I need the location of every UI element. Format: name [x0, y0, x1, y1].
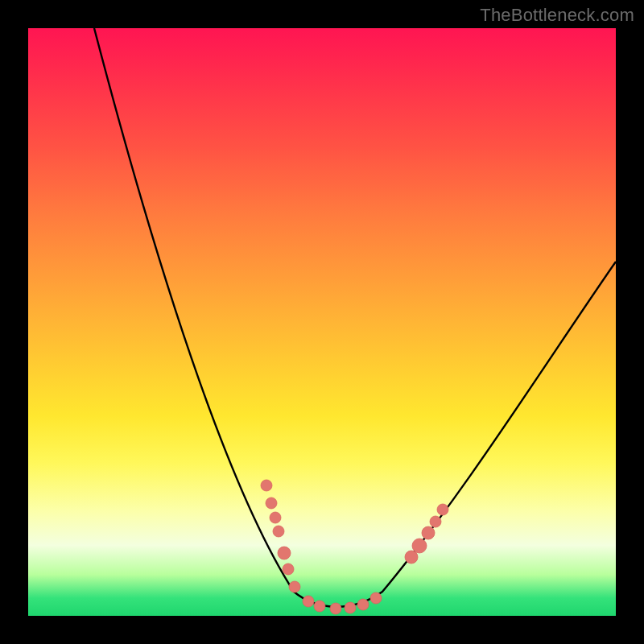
- watermark-text: TheBottleneck.com: [480, 5, 634, 26]
- marker-dot: [289, 581, 300, 592]
- marker-dot: [283, 564, 294, 575]
- marker-dot: [314, 601, 325, 612]
- marker-dot: [405, 551, 418, 564]
- marker-dot: [261, 480, 272, 491]
- marker-dot: [303, 596, 314, 607]
- marker-dot: [430, 516, 441, 527]
- bottleneck-curve: [94, 28, 616, 607]
- marker-dot: [345, 602, 356, 613]
- marker-dot: [270, 512, 281, 523]
- marker-dot: [278, 547, 291, 559]
- plot-area: [28, 28, 616, 616]
- curve-svg: [28, 28, 616, 616]
- marker-dot: [422, 526, 435, 539]
- marker-layer: [261, 480, 448, 614]
- marker-dot: [357, 599, 369, 610]
- marker-dot: [437, 504, 448, 515]
- chart-frame: TheBottleneck.com: [0, 0, 644, 644]
- marker-dot: [370, 592, 382, 604]
- marker-dot: [330, 603, 341, 614]
- marker-dot: [273, 526, 284, 537]
- marker-dot: [412, 539, 427, 553]
- marker-dot: [266, 497, 277, 509]
